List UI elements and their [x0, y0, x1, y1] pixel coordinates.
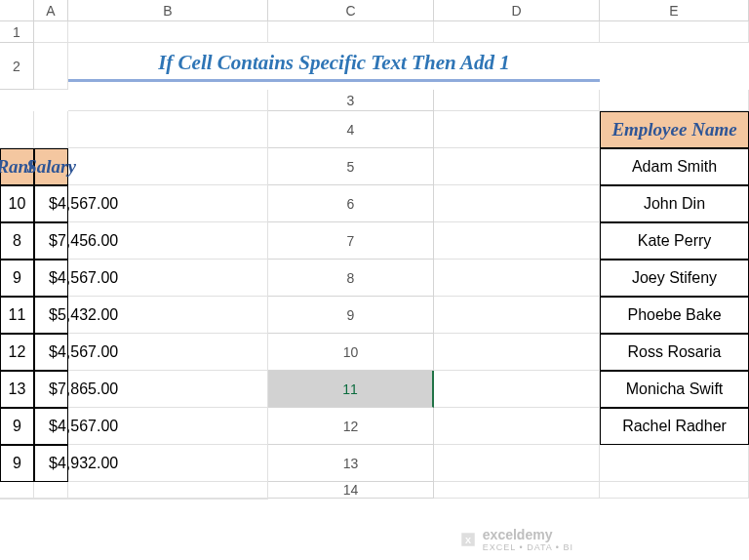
select-all-cell[interactable] [0, 0, 34, 21]
salary-cell[interactable]: $7,865.00 [34, 371, 68, 408]
row-header[interactable]: 14 [268, 482, 434, 499]
cell[interactable] [34, 21, 68, 43]
watermark-brand: exceldemy [483, 527, 573, 542]
column-header[interactable]: B [68, 0, 268, 21]
rank-cell[interactable]: 13 [0, 371, 34, 408]
cell[interactable] [434, 260, 600, 297]
cell[interactable] [68, 334, 268, 371]
rank-cell[interactable]: 8 [0, 222, 34, 260]
cell[interactable] [434, 408, 600, 445]
row-header[interactable]: 10 [268, 334, 434, 371]
employee-name-cell[interactable]: Phoebe Bake [600, 297, 749, 334]
employee-name-cell[interactable]: John Din [600, 185, 749, 222]
currency-symbol: $ [49, 269, 58, 287]
cell[interactable] [68, 499, 268, 500]
salary-cell[interactable]: $4,567.00 [34, 408, 68, 445]
cell[interactable] [434, 185, 600, 222]
row-header[interactable]: 6 [268, 185, 434, 222]
employee-name-cell[interactable]: Monicha Swift [600, 371, 749, 408]
row-header[interactable]: 2 [0, 43, 34, 90]
currency-symbol: $ [49, 343, 58, 361]
cell[interactable] [0, 499, 34, 500]
rank-cell[interactable]: 9 [0, 408, 34, 445]
cell[interactable] [434, 482, 600, 499]
row-header[interactable]: 8 [268, 260, 434, 297]
cell[interactable] [0, 111, 34, 148]
column-header[interactable]: E [600, 0, 749, 21]
row-header[interactable]: 5 [268, 148, 434, 185]
employee-name-cell[interactable]: Kate Perry [600, 222, 749, 260]
employee-name-cell[interactable]: Ross Rosaria [600, 334, 749, 371]
cell[interactable] [434, 334, 600, 371]
salary-cell[interactable]: $4,567.00 [34, 185, 68, 222]
cell[interactable] [434, 111, 600, 148]
employee-name-cell[interactable]: Adam Smith [600, 148, 749, 185]
cell[interactable] [68, 21, 268, 43]
cell[interactable] [434, 222, 600, 260]
rank-cell[interactable]: 9 [0, 445, 34, 482]
cell[interactable] [68, 482, 268, 499]
row-header[interactable]: 1 [0, 21, 34, 43]
row-header[interactable]: 3 [268, 90, 434, 111]
cell[interactable] [68, 260, 268, 297]
cell[interactable] [600, 482, 749, 499]
cell[interactable] [434, 90, 600, 111]
currency-symbol: $ [49, 418, 58, 435]
column-header[interactable]: A [34, 0, 68, 21]
cell[interactable] [68, 408, 268, 445]
table-header-name: Employee Name [600, 111, 749, 148]
employee-name-cell[interactable]: Rachel Radher [600, 408, 749, 445]
salary-cell[interactable]: $5,432.00 [34, 297, 68, 334]
table-header-salary: Salary [34, 148, 68, 185]
cell[interactable] [434, 21, 600, 43]
currency-symbol: $ [49, 380, 58, 398]
cell[interactable] [0, 482, 34, 499]
cell[interactable] [68, 222, 268, 260]
salary-cell[interactable]: $4,567.00 [34, 260, 68, 297]
watermark: X exceldemy EXCEL • DATA • BI [459, 527, 573, 552]
currency-symbol: $ [49, 232, 58, 250]
cell[interactable] [434, 297, 600, 334]
row-header[interactable]: 7 [268, 222, 434, 260]
cell[interactable] [600, 21, 749, 43]
cell[interactable] [68, 297, 268, 334]
cell[interactable] [34, 482, 68, 499]
rank-cell[interactable]: 12 [0, 334, 34, 371]
rank-cell[interactable]: 9 [0, 260, 34, 297]
cell[interactable] [600, 445, 749, 482]
cell[interactable] [68, 185, 268, 222]
cell[interactable] [68, 371, 268, 408]
svg-text:X: X [465, 536, 471, 545]
cell[interactable] [68, 148, 268, 185]
excel-icon: X [459, 531, 477, 548]
cell[interactable] [268, 21, 434, 43]
row-header[interactable]: 13 [268, 445, 434, 482]
row-header[interactable]: 12 [268, 408, 434, 445]
row-header[interactable]: 4 [268, 111, 434, 148]
cell[interactable] [600, 90, 749, 111]
cell[interactable] [434, 148, 600, 185]
cell[interactable] [34, 111, 68, 148]
currency-symbol: $ [49, 195, 58, 213]
salary-cell[interactable]: $7,456.00 [34, 222, 68, 260]
row-header[interactable]: 9 [268, 297, 434, 334]
currency-symbol: $ [49, 455, 58, 472]
column-header[interactable]: C [268, 0, 434, 21]
page-title: If Cell Contains Specific Text Then Add … [68, 51, 600, 82]
currency-symbol: $ [49, 306, 58, 324]
rank-cell[interactable]: 10 [0, 185, 34, 222]
employee-name-cell[interactable]: Joey Stifeny [600, 260, 749, 297]
cell[interactable] [34, 499, 68, 500]
cell[interactable] [68, 90, 268, 111]
cell[interactable] [34, 43, 68, 90]
cell[interactable] [68, 445, 268, 482]
salary-cell[interactable]: $4,932.00 [34, 445, 68, 482]
cell[interactable] [434, 445, 600, 482]
rank-cell[interactable]: 11 [0, 297, 34, 334]
row-header[interactable]: 11 [268, 371, 434, 408]
watermark-tagline: EXCEL • DATA • BI [483, 542, 573, 552]
salary-cell[interactable]: $4,567.00 [34, 334, 68, 371]
cell[interactable] [434, 371, 600, 408]
cell[interactable] [68, 111, 268, 148]
column-header[interactable]: D [434, 0, 600, 21]
